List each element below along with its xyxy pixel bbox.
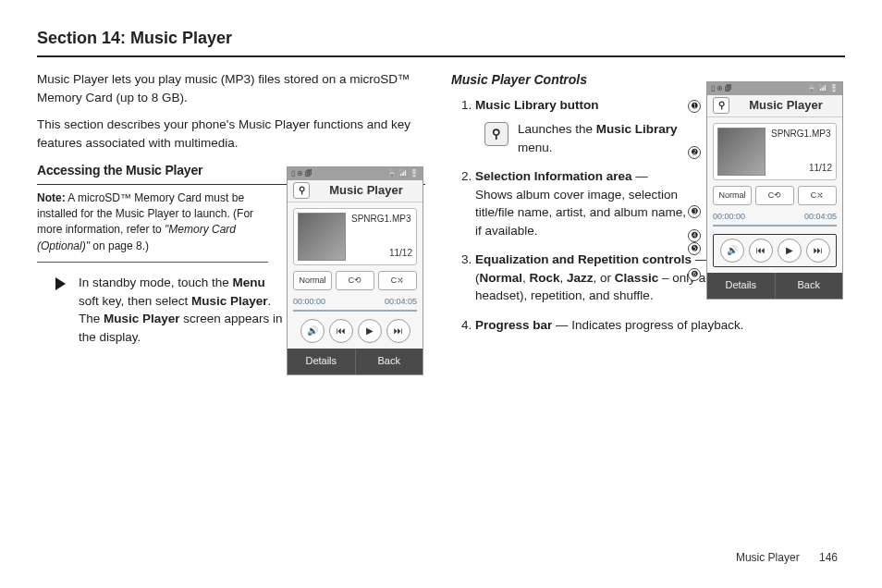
note-label: Note: <box>37 191 66 204</box>
phone1-time-total: 00:04:05 <box>385 296 417 308</box>
phone1-progress: 00:00:00 00:04:05 <box>293 296 417 312</box>
control-4-title: Progress bar <box>475 318 552 332</box>
phone2-softkey-details: Details <box>707 273 776 299</box>
title-divider <box>37 55 845 57</box>
c1-b: menu. <box>518 141 553 154</box>
phone2-eq-shuffle: C⤭ <box>798 186 837 205</box>
note-body-b: on page 8.) <box>90 239 149 252</box>
phone-screenshot-1: ▯ ⊕ 🗐🔒 📶 🔋 ⚲ Music Player SPNRG1.MP3 11/… <box>287 166 423 375</box>
phone2-time-total: 00:04:05 <box>804 211 837 223</box>
note-divider <box>37 262 268 263</box>
callout-4: ➍ <box>688 229 701 242</box>
phone1-playback-controls: 🔊 ⏮ ▶ ⏭ <box>293 319 417 343</box>
footer-page: 146 <box>819 551 838 564</box>
control-1-desc: Launches the Music Library menu. <box>518 120 688 156</box>
intro-block: Music Player lets you play music (MP3) f… <box>37 70 425 152</box>
phone2-title: Music Player <box>735 97 837 115</box>
music-library-icon: ⚲ <box>484 122 508 146</box>
step-menu: Menu <box>233 276 265 289</box>
phone2-eq-repeat: C⟲ <box>755 186 794 205</box>
phone1-time-elapsed: 00:00:00 <box>293 296 325 308</box>
step-mp2: Music Player <box>104 312 180 325</box>
phone1-eq-normal: Normal <box>293 271 332 290</box>
phone2-track-count: 11/12 <box>771 162 832 176</box>
section-title: Section 14: Music Player <box>37 26 845 50</box>
phone1-eq-row: Normal C⟲ C⤭ <box>293 271 417 290</box>
control-item-4: Progress bar — Indicates progress of pla… <box>475 316 845 335</box>
callout-6: ➏ <box>688 268 701 281</box>
c3-c2: , <box>560 271 568 285</box>
phone1-volume-icon: 🔊 <box>300 319 325 343</box>
callout-2: ➋ <box>688 146 701 159</box>
phone1-track-name: SPNRG1.MP3 <box>351 213 412 227</box>
step-a: In standby mode, touch the <box>79 276 233 289</box>
phone2-playback-controls: 🔊 ⏮ ▶ ⏭ <box>713 234 837 267</box>
c3-c3: , or <box>594 271 615 285</box>
phone1-album-art <box>298 213 346 261</box>
phone1-title: Music Player <box>315 182 417 200</box>
phone1-eq-shuffle: C⤭ <box>378 271 417 290</box>
phone2-library-button: ⚲ <box>713 97 729 114</box>
phone2-play-icon: ▶ <box>778 239 802 263</box>
phone1-statusbar: ▯ ⊕ 🗐🔒 📶 🔋 <box>288 167 423 180</box>
c3-b2: Rock <box>530 271 560 285</box>
magnifier-glyph: ⚲ <box>492 126 501 143</box>
phone2-softkey-back: Back <box>776 273 843 299</box>
phone1-softkey-back: Back <box>356 349 423 374</box>
step-b: soft key, then select <box>79 294 191 308</box>
c1-a: Launches the <box>518 122 596 136</box>
control-2-title: Selection Information area <box>475 169 632 183</box>
section-name: Music Player <box>130 29 232 47</box>
page-footer: Music Player 146 <box>736 550 838 566</box>
phone1-track-count: 11/12 <box>351 247 412 261</box>
phone1-prev-icon: ⏮ <box>329 319 353 343</box>
phone2-volume-icon: 🔊 <box>720 239 744 263</box>
phone1-next-icon: ⏭ <box>386 319 410 343</box>
phone2-eq-row: Normal C⟲ C⤭ <box>713 186 837 205</box>
search-icon: ⚲ <box>718 99 725 113</box>
phone2-track-name: SPNRG1.MP3 <box>771 128 832 141</box>
phone2-album-art <box>717 128 766 176</box>
phone1-play-icon: ▶ <box>358 319 382 343</box>
section-prefix: Section 14: <box>37 29 126 47</box>
phone2-time-elapsed: 00:00:00 <box>713 211 745 223</box>
phone2-next-icon: ⏭ <box>806 239 830 263</box>
phone1-info-area: SPNRG1.MP3 11/12 <box>293 208 417 265</box>
control-3-title: Equalization and Repetition controls <box>475 252 692 266</box>
c1-bold: Music Library <box>596 122 678 136</box>
callout-5: ➎ <box>688 242 701 255</box>
triangle-bullet-icon <box>55 277 66 290</box>
callout-3: ➌ <box>688 205 701 218</box>
phone1-softkey-details: Details <box>288 349 356 374</box>
search-icon: ⚲ <box>299 184 305 198</box>
step-mp: Music Player <box>191 294 268 308</box>
phone2-statusbar: ▯ ⊕ 🗐🔒 📶 🔋 <box>707 82 842 95</box>
c3-b3: Jazz <box>567 271 594 285</box>
callout-1: ➊ <box>688 100 701 113</box>
c3-b1: Normal <box>480 271 523 285</box>
phone-screenshot-2: ▯ ⊕ 🗐🔒 📶 🔋 ⚲ Music Player SPNRG1.MP3 11/… <box>706 81 843 300</box>
intro-p1: Music Player lets you play music (MP3) f… <box>37 70 425 106</box>
c3-c1: , <box>522 271 530 285</box>
phone2-eq-normal: Normal <box>713 186 752 205</box>
footer-label: Music Player <box>736 551 800 564</box>
c3-b4: Classic <box>615 271 658 285</box>
phone2-prev-icon: ⏮ <box>749 239 773 263</box>
control-4-desc: — Indicates progress of playback. <box>552 318 743 332</box>
phone2-info-area: SPNRG1.MP3 11/12 <box>713 123 837 180</box>
phone1-library-button: ⚲ <box>293 182 310 199</box>
phone2-progress: 00:00:00 00:04:05 <box>713 211 837 227</box>
phone1-eq-repeat: C⟲ <box>336 271 374 290</box>
intro-p2: This section describes your phone's Musi… <box>37 116 425 152</box>
control-1-title: Music Library button <box>475 98 599 112</box>
